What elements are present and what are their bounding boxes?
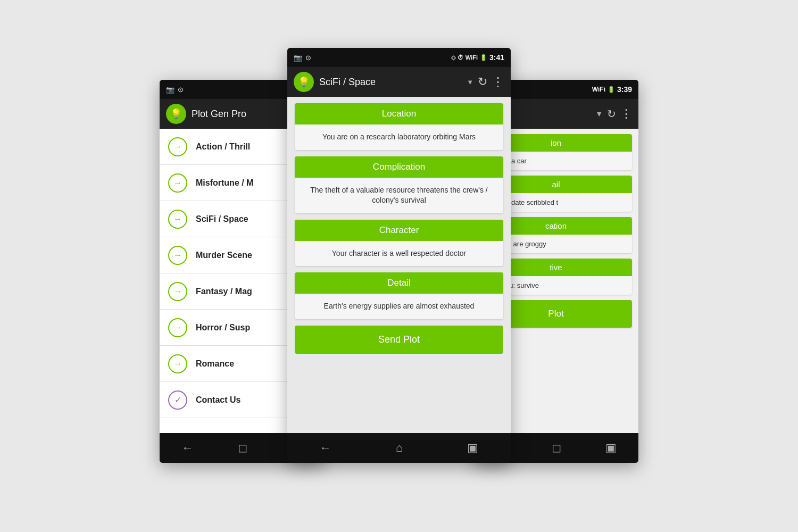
check-icon-contact: ✓ xyxy=(168,390,187,410)
right-app-actions: ▼ ↻ ⋮ xyxy=(595,107,632,121)
center-notif-icon: ⊙ xyxy=(305,54,311,62)
left-logo: 💡 xyxy=(166,104,186,124)
center-app-actions: ▼ ↻ ⋮ xyxy=(467,74,504,89)
character-body: Your character is a well respected docto… xyxy=(295,241,503,267)
location-body: You are on a research laboratory orbitin… xyxy=(295,124,503,150)
arrow-icon-misfortune: → xyxy=(168,173,187,193)
arrow-icon-scifi: → xyxy=(168,210,187,229)
right-recents-icon[interactable]: ▣ xyxy=(605,441,617,455)
misfortune-label: Misfortune / M xyxy=(196,178,253,188)
center-signal-tri: ▼ xyxy=(467,78,473,86)
back-icon[interactable]: ← xyxy=(182,441,194,455)
center-refresh-icon[interactable]: ↻ xyxy=(478,75,487,89)
center-signal-icon: ◇ xyxy=(451,54,455,61)
right-battery-icon: 🔋 xyxy=(608,86,615,93)
center-status-bar: 📷 ⊙ ◇ ⏱ WiFi 🔋 3:41 xyxy=(287,48,511,67)
center-status-right: ◇ ⏱ WiFi 🔋 3:41 xyxy=(451,53,504,62)
complication-header: Complication xyxy=(295,156,503,178)
camera-icon: 📷 xyxy=(166,86,174,94)
contact-label: Contact Us xyxy=(196,395,240,405)
center-home-icon[interactable]: ⌂ xyxy=(396,441,403,455)
center-logo: 💡 xyxy=(294,72,314,92)
center-camera-icon: 📷 xyxy=(294,54,302,62)
detail-card: Detail Earth's energy supplies are almos… xyxy=(295,272,503,319)
arrow-icon-romance: → xyxy=(168,354,187,373)
murder-label: Murder Scene xyxy=(196,251,252,260)
right-home-icon[interactable]: ◻ xyxy=(552,441,561,455)
arrow-icon-horror: → xyxy=(168,318,187,337)
romance-label: Romance xyxy=(196,359,234,369)
character-card: Character Your character is a well respe… xyxy=(295,220,503,267)
arrow-icon-action: → xyxy=(168,137,187,156)
character-header: Character xyxy=(295,220,503,241)
circle-icon: ⊙ xyxy=(178,86,184,94)
center-menu-icon[interactable]: ⋮ xyxy=(492,74,504,89)
right-time: 3:39 xyxy=(617,85,632,94)
center-status-icons: 📷 ⊙ xyxy=(294,54,311,62)
center-battery-icon: 🔋 xyxy=(480,54,487,61)
detail-body: Earth's energy supplies are almost exhau… xyxy=(295,294,503,319)
center-clock-icon: ⏱ xyxy=(458,54,463,61)
complication-body: The theft of a valuable resource threate… xyxy=(295,178,503,213)
center-back-icon[interactable]: ← xyxy=(320,441,331,455)
complication-card: Complication The theft of a valuable res… xyxy=(295,156,503,213)
scifi-label: SciFi / Space xyxy=(196,214,248,224)
location-card: Location You are on a research laborator… xyxy=(295,103,503,150)
horror-label: Horror / Susp xyxy=(196,323,250,332)
right-menu-icon[interactable]: ⋮ xyxy=(620,107,632,121)
detail-header: Detail xyxy=(295,272,503,294)
right-status-time: WiFi 🔋 3:39 xyxy=(592,85,632,94)
fantasy-label: Fantasy / Mag xyxy=(196,287,252,296)
home-icon[interactable]: ◻ xyxy=(238,441,247,455)
center-nav-bar: ← ⌂ ▣ xyxy=(287,433,511,463)
right-refresh-icon[interactable]: ↻ xyxy=(607,107,616,120)
arrow-icon-murder: → xyxy=(168,246,187,265)
arrow-icon-fantasy: → xyxy=(168,282,187,301)
right-signal-triangle: ▼ xyxy=(595,110,603,118)
center-time: 3:41 xyxy=(489,53,504,62)
action-label: Action / Thrill xyxy=(196,142,250,152)
center-recents-icon[interactable]: ▣ xyxy=(467,441,478,455)
send-plot-button[interactable]: Send Plot xyxy=(295,326,503,354)
left-status-icons: 📷 ⊙ xyxy=(166,86,184,94)
center-phone: 📷 ⊙ ◇ ⏱ WiFi 🔋 3:41 💡 SciFi / Space ▼ ↻ xyxy=(287,48,511,463)
right-wifi-icon: WiFi xyxy=(592,86,605,93)
center-app-title: SciFi / Space xyxy=(319,77,461,88)
center-wifi-icon: WiFi xyxy=(466,54,478,61)
center-app-bar: 💡 SciFi / Space ▼ ↻ ⋮ xyxy=(287,67,511,97)
center-screen: Location You are on a research laborator… xyxy=(287,97,511,433)
location-header: Location xyxy=(295,103,503,124)
